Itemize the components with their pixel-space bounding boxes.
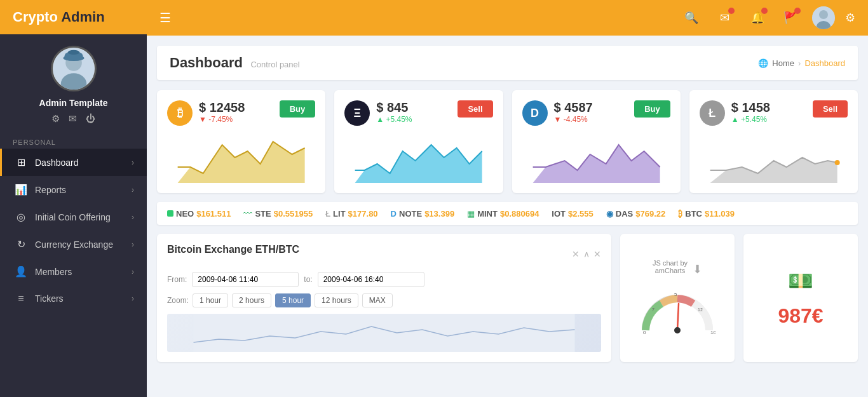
sidebar-item-currency-exchange[interactable]: ↻ Currency Exchange › <box>0 231 147 258</box>
euro-card: 💵 987€ <box>743 234 858 362</box>
members-icon: 👤 <box>15 266 27 278</box>
power-icon[interactable]: ⏻ <box>86 113 95 124</box>
bell-badge <box>761 8 768 14</box>
sidebar-item-dashboard[interactable]: ⊞ Dashboard › <box>0 149 147 176</box>
ltc-sell-button[interactable]: Sell <box>813 100 848 118</box>
ltc-price: $ 1458 <box>731 100 806 115</box>
dash-card: D $ 4587 ▼ -4.45% Buy <box>512 90 681 193</box>
sidebar-item-ico[interactable]: ◎ Initial Coin Offering › <box>0 203 147 231</box>
dashboard-icon: ⊞ <box>15 156 27 168</box>
chevron-right-icon: › <box>132 267 134 276</box>
chevron-right-icon: › <box>132 185 134 194</box>
svg-text:0: 0 <box>643 330 646 335</box>
eth-card: Ξ $ 845 ▲ +5.45% Sell <box>334 90 503 193</box>
sidebar-item-label: Tickers <box>35 293 64 304</box>
mail-button[interactable]: ✉ <box>713 6 736 29</box>
svg-point-7 <box>819 10 828 19</box>
gauge-chart: 0 10 5 7 12 <box>639 286 715 337</box>
amcharts-label: JS chart by amCharts <box>653 259 688 274</box>
sidebar-item-tickers[interactable]: ≡ Tickers › <box>0 285 147 312</box>
breadcrumb-home[interactable]: Home <box>772 58 794 68</box>
ticker-ste: 〰 STE $0.551955 <box>243 208 313 219</box>
das-icon: ◉ <box>606 209 613 219</box>
dash-buy-button[interactable]: Buy <box>634 100 670 118</box>
ltc-card-header: Ł $ 1458 ▲ +5.45% Sell <box>700 100 848 126</box>
bottom-row: Bitcoin Exchange ETH/BTC ✕ ∧ ✕ From: to:… <box>157 234 858 362</box>
neo-dot <box>167 210 173 217</box>
eth-chart <box>344 132 492 183</box>
gear-icon[interactable]: ⚙ <box>51 113 60 124</box>
menu-toggle-icon[interactable]: ☰ <box>159 10 171 25</box>
bell-button[interactable]: 🔔 <box>746 6 769 29</box>
svg-rect-14 <box>194 314 575 352</box>
download-icon[interactable]: ⬇ <box>693 262 702 276</box>
eth-price-block: $ 845 ▲ +5.45% <box>376 100 451 124</box>
iot-name: IOT <box>552 209 566 219</box>
ste-name: STE <box>255 209 271 219</box>
from-label: From: <box>167 275 187 284</box>
page-subtitle: Control panel <box>250 60 299 69</box>
user-avatar-button[interactable] <box>812 6 835 29</box>
breadcrumb-separator: › <box>798 58 801 68</box>
lit-name: LIT <box>333 209 346 219</box>
sidebar-item-members[interactable]: 👤 Members › <box>0 258 147 285</box>
zoom-5hour-button[interactable]: 5 hour <box>275 293 311 307</box>
zoom-max-button[interactable]: MAX <box>362 293 393 307</box>
btc-change: ▼ -7.45% <box>199 115 273 124</box>
mint-icon: ▦ <box>467 209 475 219</box>
eth-icon: Ξ <box>344 100 370 126</box>
exchange-icon: ↻ <box>15 238 27 250</box>
sidebar-item-reports[interactable]: 📊 Reports › <box>0 176 147 203</box>
chevron-right-icon: › <box>132 294 134 303</box>
dash-chart <box>522 132 670 183</box>
expand-icon[interactable]: ✕ <box>593 249 601 259</box>
zoom-1hour-button[interactable]: 1 hour <box>193 293 228 307</box>
chevron-right-icon: › <box>132 213 134 222</box>
zoom-2hours-button[interactable]: 2 hours <box>232 293 271 307</box>
flag-button[interactable]: 🚩 <box>779 6 802 29</box>
eth-sell-button[interactable]: Sell <box>458 100 492 118</box>
btc-price-block: $ 12458 ▼ -7.45% <box>199 100 273 124</box>
page-header: Dashboard Control panel 🌐 Home › Dashboa… <box>157 46 858 80</box>
das-name: DAS <box>616 209 633 219</box>
btc-price: $ 12458 <box>199 100 273 115</box>
note-icon: D <box>391 209 397 219</box>
ticker-das: ◉ DAS $769.22 <box>606 209 665 219</box>
das-price: $769.22 <box>635 209 665 219</box>
main-content: ☰ 🔍 ✉ 🔔 🚩 ⚙ Dashboard <box>147 0 868 397</box>
close-box-icon[interactable]: ✕ <box>572 249 580 259</box>
ltc-price-block: $ 1458 ▲ +5.45% <box>731 100 806 124</box>
settings-icon[interactable]: ⚙ <box>845 11 855 25</box>
ltc-change: ▲ +5.45% <box>731 115 806 124</box>
page-title: Dashboard <box>170 55 243 71</box>
avatar <box>51 46 97 91</box>
lit-price: $177.80 <box>348 209 378 219</box>
svg-marker-11 <box>532 145 660 183</box>
sidebar-profile-icons: ⚙ ✉ ⏻ <box>51 113 95 124</box>
dash-price: $ 4587 <box>554 100 628 115</box>
dollar-bill-icon: 💵 <box>788 269 813 293</box>
sidebar-item-label: Initial Coin Offering <box>35 212 111 222</box>
chevron-right-icon: › <box>132 240 134 249</box>
breadcrumb-current: Dashboard <box>804 58 845 68</box>
sidebar-item-label: Members <box>35 267 72 277</box>
sidebar: Crypto Admin Admin Template ⚙ ✉ ⏻ PERSON… <box>0 0 147 397</box>
svg-line-15 <box>677 304 679 330</box>
note-price: $13.399 <box>424 209 454 219</box>
eth-price: $ 845 <box>376 100 451 115</box>
reports-icon: 📊 <box>15 184 27 196</box>
to-date-input[interactable] <box>318 272 424 287</box>
btc-ticker-name: BTC <box>685 209 702 219</box>
btc-buy-button[interactable]: Buy <box>280 100 316 118</box>
ticker-lit: Ł LIT $177.80 <box>325 209 377 219</box>
collapse-icon[interactable]: ∧ <box>583 249 590 259</box>
mail-icon[interactable]: ✉ <box>69 113 77 124</box>
ltc-chart <box>700 132 848 183</box>
zoom-12hours-button[interactable]: 12 hours <box>315 293 358 307</box>
lit-icon: Ł <box>325 209 330 219</box>
from-date-input[interactable] <box>192 272 299 287</box>
sidebar-section-personal: PERSONAL <box>0 131 147 149</box>
eth-change: ▲ +5.45% <box>376 115 451 124</box>
zoom-label: Zoom: <box>167 296 189 305</box>
search-button[interactable]: 🔍 <box>680 6 703 29</box>
